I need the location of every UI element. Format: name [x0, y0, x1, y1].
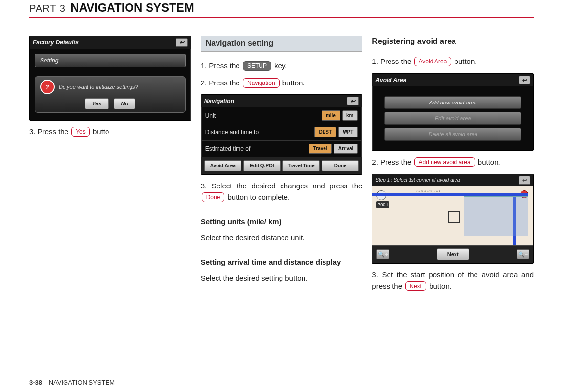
row-label: Distance and time to	[205, 128, 259, 137]
next-pill: Next	[405, 281, 426, 291]
page-header: PART 3 NAVIGATION SYSTEM	[29, 0, 534, 18]
text: 3. Select the desired changes and press …	[201, 182, 363, 190]
col1-step3: 3. Press the Yes butto	[29, 126, 191, 138]
bb-done[interactable]: Done	[322, 160, 359, 171]
unit-toggle[interactable]: mile km	[322, 110, 358, 121]
section-heading-avoid-area: Registering avoid area	[372, 36, 534, 47]
zoom-in-button[interactable]: 🔍+	[376, 249, 389, 259]
list-edit[interactable]: Edit avoid area	[384, 112, 521, 125]
back-icon[interactable]: ↩	[519, 176, 530, 185]
col3-step2: 2. Press the Add new avoid area button.	[372, 157, 534, 168]
screenshot-titlebar: Navigation ↩	[201, 95, 362, 107]
text: button to complete.	[225, 193, 290, 201]
back-icon[interactable]: ↩	[176, 38, 188, 47]
setup-pill: SETUP	[243, 61, 271, 71]
row-eta: Estimated time of Travel Arrival	[201, 140, 362, 157]
screenshot-map-step1: Step 1 : Select 1st corner of avoid area…	[372, 174, 534, 264]
next-button[interactable]: Next	[437, 248, 469, 261]
screenshot-title: Avoid Area	[375, 76, 406, 84]
setting-bar[interactable]: Setting	[35, 54, 186, 67]
screenshot-avoid-area: Avoid Area ↩ Add new avoid area Edit avo…	[372, 73, 534, 151]
unit-km[interactable]: km	[342, 110, 358, 121]
text: 2. Press the	[201, 79, 242, 87]
avoid-area-overlay	[464, 196, 528, 236]
screenshot-titlebar: Avoid Area ↩	[372, 74, 533, 86]
part-title: NAVIGATION SYSTEM	[70, 1, 194, 14]
back-icon[interactable]: ↩	[519, 76, 530, 84]
eta-arrival[interactable]: Arrival	[334, 144, 358, 154]
text: button.	[476, 158, 500, 166]
confirm-dialog: ? Do you want to initialize settings? Ye…	[35, 76, 186, 113]
subhead-units: Setting units (mile/ km)	[201, 216, 363, 227]
text: key.	[272, 62, 287, 70]
map-bottom-bar: 🔍+ Next 🔍−	[372, 245, 533, 264]
yes-pill: Yes	[71, 127, 90, 137]
row-label: Unit	[205, 111, 216, 120]
text: 2. Press the	[372, 158, 413, 166]
dialog-no-button[interactable]: No	[114, 98, 136, 109]
bb-avoid-area[interactable]: Avoid Area	[204, 160, 241, 171]
section-heading-navigation-setting: Navigation setting	[201, 36, 363, 52]
col2-step2: 2. Press the Navigation button.	[201, 78, 363, 89]
back-icon[interactable]: ↩	[347, 97, 359, 105]
bottom-bar: Avoid Area Edit Q.POI Travel Time Done	[201, 157, 362, 174]
part-label: PART 3	[29, 3, 65, 14]
column-2: Navigation setting 1. Press the SETUP ke…	[201, 36, 363, 297]
crosshair-icon	[448, 211, 460, 223]
eta-toggle[interactable]: Travel Arrival	[309, 144, 358, 154]
screenshot-title: Navigation	[204, 97, 234, 105]
text: 3. Set the start position of the avoid a…	[372, 270, 534, 290]
subbody-arrival: Select the desired setting button.	[201, 273, 363, 284]
add-new-avoid-pill: Add new avoid area	[414, 157, 475, 167]
text: button.	[452, 57, 476, 65]
subbody-units: Select the desired distance unit.	[201, 232, 363, 244]
map-area[interactable]: N 700ft CROOKS RD	[372, 186, 533, 245]
dist-wpt[interactable]: WPT	[338, 127, 358, 137]
screenshot-titlebar: Step 1 : Select 1st corner of avoid area…	[372, 174, 533, 186]
bb-travel-time[interactable]: Travel Time	[282, 160, 320, 171]
text: butto	[91, 127, 109, 136]
column-3: Registering avoid area 1. Press the Avoi…	[372, 36, 534, 297]
columns: Factory Defaults ↩ Setting ? Do you want…	[29, 36, 534, 297]
zoom-label: 700ft	[376, 201, 389, 209]
col2-step3: 3. Select the desired changes and press …	[201, 181, 363, 203]
screenshot-title: Step 1 : Select 1st corner of avoid area	[375, 176, 460, 184]
column-1: Factory Defaults ↩ Setting ? Do you want…	[29, 36, 191, 297]
text: 3. Press the	[29, 127, 70, 136]
navigation-pill: Navigation	[243, 78, 280, 88]
row-label: Estimated time of	[205, 144, 251, 153]
eta-travel[interactable]: Travel	[309, 144, 332, 154]
page-number: 3-38	[29, 379, 42, 386]
page-footer: 3-38 NAVIGATION SYSTEM	[29, 379, 115, 386]
screenshot-navigation: Navigation ↩ Unit mile km Distance and t…	[201, 94, 363, 175]
dialog-yes-button[interactable]: Yes	[85, 98, 108, 109]
list-delete-all[interactable]: Delete all avoid area	[384, 128, 521, 141]
unit-mile[interactable]: mile	[322, 110, 340, 121]
dialog-text: Do you want to initialize settings?	[59, 83, 138, 91]
screenshot-titlebar: Factory Defaults ↩	[30, 36, 191, 49]
text: 1. Press the	[201, 62, 242, 70]
avoid-area-list: Add new avoid area Edit avoid area Delet…	[372, 86, 533, 151]
done-pill: Done	[202, 192, 225, 202]
text: 1. Press the	[372, 57, 413, 65]
screenshot-body: Setting ? Do you want to initialize sett…	[30, 49, 191, 118]
screenshot-title: Factory Defaults	[33, 38, 79, 47]
list-add-new[interactable]: Add new avoid area	[384, 96, 521, 109]
bb-edit-qpoi[interactable]: Edit Q.POI	[243, 160, 281, 171]
avoid-area-pill: Avoid Area	[414, 57, 452, 66]
text: button.	[427, 282, 452, 290]
row-distance: Distance and time to DEST WPT	[201, 124, 362, 140]
zoom-out-button[interactable]: 🔍−	[517, 249, 529, 259]
settings-rows: Unit mile km Distance and time to DEST W…	[201, 107, 362, 157]
question-icon: ?	[40, 80, 55, 94]
row-unit: Unit mile km	[201, 107, 362, 124]
page: PART 3 NAVIGATION SYSTEM Factory Default…	[0, 0, 563, 392]
text: button.	[281, 79, 305, 87]
col3-step1: 1. Press the Avoid Area button.	[372, 56, 534, 67]
col3-step3: 3. Set the start position of the avoid a…	[372, 269, 534, 291]
dist-dest[interactable]: DEST	[314, 127, 336, 137]
footer-section: NAVIGATION SYSTEM	[49, 379, 115, 386]
dist-toggle[interactable]: DEST WPT	[314, 127, 358, 137]
screenshot-factory-defaults: Factory Defaults ↩ Setting ? Do you want…	[29, 36, 191, 121]
road-label: CROOKS RD	[416, 188, 440, 194]
